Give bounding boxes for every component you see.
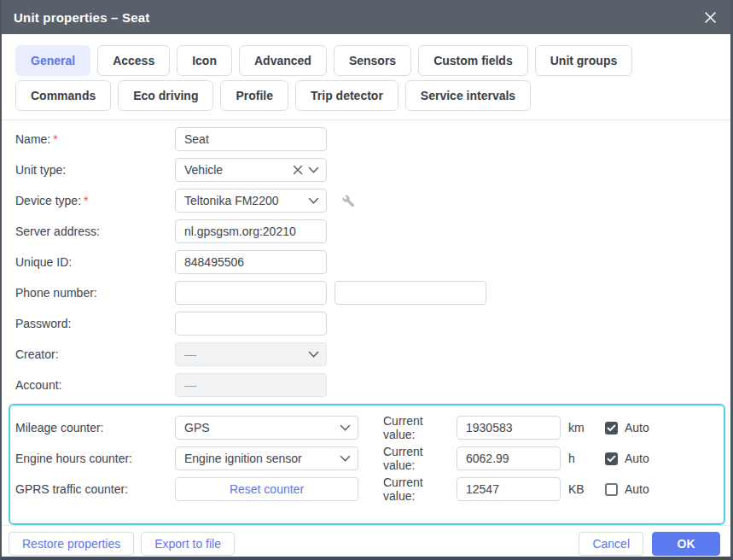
tab-commands[interactable]: Commands	[15, 80, 111, 111]
row-unit-type: Unit type: Vehicle	[2, 158, 730, 182]
account-label: Account:	[15, 378, 61, 392]
phone-number-input-2[interactable]	[335, 281, 486, 305]
chevron-down-icon	[308, 197, 319, 205]
tab-advanced[interactable]: Advanced	[239, 45, 327, 76]
gprs-current-value-label: Current value:	[383, 475, 457, 503]
unit-type-label: Unit type:	[15, 163, 66, 177]
row-password: Password:	[2, 312, 730, 335]
title-bar: Unit properties – Seat	[0, 0, 733, 34]
tab-sensors[interactable]: Sensors	[334, 45, 411, 76]
mileage-unit-label: km	[568, 421, 587, 435]
engine-hours-current-value-label: Current value:	[383, 445, 457, 472]
row-gprs-traffic-counter: GPRS traffic counter: Reset counter Curr…	[10, 477, 724, 501]
phone-number-input-1[interactable]	[175, 281, 327, 305]
device-type-label: Device type:	[15, 194, 81, 207]
tab-general[interactable]: General	[15, 45, 90, 76]
checkbox-checked-icon[interactable]	[605, 422, 618, 435]
mileage-current-value-label: Current value:	[383, 414, 457, 441]
restore-properties-button[interactable]: Restore properties	[9, 532, 134, 556]
mileage-counter-select[interactable]: GPS	[175, 416, 358, 440]
ok-button[interactable]: OK	[652, 532, 720, 556]
device-type-value: Teltonika FM2200	[184, 194, 308, 207]
engine-hours-counter-value: Engine ignition sensor	[184, 452, 340, 465]
tab-bar: General Access Icon Advanced Sensors Cus…	[2, 34, 730, 120]
row-account: Account:	[2, 373, 730, 397]
row-server-address: Server address:	[2, 219, 730, 243]
creator-label: Creator:	[15, 347, 59, 361]
engine-hours-current-value-input[interactable]	[457, 446, 561, 470]
unit-type-value: Vehicle	[184, 163, 293, 177]
server-address-label: Server address:	[15, 225, 100, 238]
password-input[interactable]	[175, 312, 327, 335]
engine-hours-counter-label: Engine hours counter:	[15, 452, 132, 465]
footer-bar: Restore properties Export to file Cancel…	[2, 525, 730, 560]
dialog-title: Unit properties – Seat	[14, 10, 149, 25]
row-phone-number: Phone number:	[2, 281, 730, 305]
row-engine-hours-counter: Engine hours counter: Engine ignition se…	[10, 446, 724, 470]
tab-custom-fields[interactable]: Custom fields	[418, 45, 528, 76]
checkbox-unchecked-icon[interactable]	[605, 483, 618, 496]
row-name: Name:*	[2, 127, 730, 151]
engine-hours-unit-label: h	[568, 452, 587, 465]
mileage-current-value-input[interactable]	[457, 416, 561, 440]
chevron-down-icon	[308, 166, 319, 174]
gprs-current-value-input[interactable]	[457, 477, 561, 501]
unit-type-select[interactable]: Vehicle	[175, 158, 327, 182]
chevron-down-icon	[308, 351, 319, 359]
chevron-down-icon	[340, 455, 351, 463]
unit-properties-dialog: Unit properties – Seat General Access Ic…	[0, 0, 733, 560]
mileage-auto-checkbox[interactable]: Auto	[605, 421, 649, 435]
required-asterisk: *	[84, 194, 88, 207]
tab-access[interactable]: Access	[97, 45, 170, 76]
general-form: Name:* Unit type: Vehicle Device type:* …	[2, 120, 730, 525]
reset-counter-button[interactable]: Reset counter	[175, 477, 358, 501]
gprs-auto-label: Auto	[625, 482, 649, 496]
device-type-select[interactable]: Teltonika FM2200	[175, 189, 327, 213]
counters-highlight-box: Mileage counter: GPS Current value: km A…	[9, 404, 725, 525]
mileage-auto-label: Auto	[625, 421, 649, 435]
name-label: Name:	[15, 132, 50, 146]
device-settings-wrench-icon[interactable]	[342, 195, 355, 207]
tab-trip-detector[interactable]: Trip detector	[295, 80, 398, 111]
server-address-input[interactable]	[175, 219, 327, 243]
gprs-unit-label: KB	[568, 482, 587, 496]
required-asterisk: *	[53, 132, 57, 146]
engine-hours-auto-checkbox[interactable]: Auto	[605, 452, 649, 465]
row-mileage-counter: Mileage counter: GPS Current value: km A…	[10, 416, 724, 440]
unique-id-label: Unique ID:	[15, 255, 72, 269]
unique-id-input[interactable]	[175, 250, 327, 274]
name-input[interactable]	[175, 127, 327, 151]
row-device-type: Device type:* Teltonika FM2200	[2, 189, 730, 213]
chevron-down-icon	[340, 424, 351, 432]
mileage-counter-value: GPS	[184, 421, 340, 435]
creator-value: —	[184, 347, 308, 361]
phone-number-label: Phone number:	[15, 286, 97, 300]
tab-eco-driving[interactable]: Eco driving	[118, 80, 213, 111]
tab-service-intervals[interactable]: Service intervals	[405, 80, 531, 111]
cancel-button[interactable]: Cancel	[579, 532, 643, 556]
tab-icon[interactable]: Icon	[177, 45, 232, 76]
password-label: Password:	[15, 317, 71, 330]
engine-hours-auto-label: Auto	[625, 452, 649, 465]
gprs-auto-checkbox[interactable]: Auto	[605, 482, 649, 496]
mileage-counter-label: Mileage counter:	[15, 421, 104, 435]
export-to-file-button[interactable]: Export to file	[141, 532, 235, 556]
tab-profile[interactable]: Profile	[220, 80, 288, 111]
engine-hours-counter-select[interactable]: Engine ignition sensor	[175, 446, 358, 470]
row-unique-id: Unique ID:	[2, 250, 730, 274]
gprs-traffic-counter-label: GPRS traffic counter:	[15, 482, 128, 496]
clear-icon[interactable]	[293, 165, 303, 175]
close-icon[interactable]	[701, 8, 719, 26]
checkbox-checked-icon[interactable]	[605, 452, 618, 465]
creator-select: —	[175, 342, 327, 366]
tab-unit-groups[interactable]: Unit groups	[535, 45, 633, 76]
account-input	[175, 373, 327, 397]
row-creator: Creator: —	[2, 342, 730, 366]
